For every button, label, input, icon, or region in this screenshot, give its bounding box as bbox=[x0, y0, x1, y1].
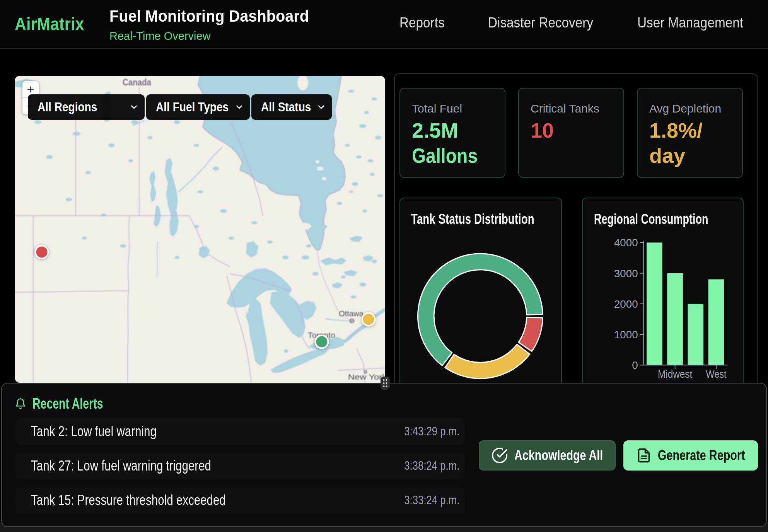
stat-label: Critical Tanks bbox=[531, 102, 612, 115]
map-filters: All Regions All Fuel Types All Status bbox=[28, 94, 332, 120]
alerts-title: Recent Alerts bbox=[32, 395, 103, 412]
recent-alerts-drawer: Recent Alerts Tank 2: Low fuel warning 3… bbox=[1, 383, 767, 527]
resize-grip-handle[interactable] bbox=[381, 377, 390, 390]
stat-value-line: Gallons bbox=[412, 143, 482, 168]
stat-card-critical-tanks: Critical Tanks 10 bbox=[518, 88, 624, 178]
generate-report-button[interactable]: Generate Report bbox=[623, 440, 758, 471]
regional-consumption-bar-chart: 01000200030004000MidwestWest bbox=[583, 198, 743, 394]
tank-marker-warning[interactable] bbox=[362, 312, 376, 327]
alert-timestamp: 3:43:29 p.m. bbox=[404, 425, 459, 438]
map-canvas: Canada Ottawa Toronto New York bbox=[15, 76, 385, 383]
stat-card-total-fuel: Total Fuel 2.5MGallons bbox=[399, 88, 505, 178]
nav-item-disaster-recovery[interactable]: Disaster Recovery bbox=[488, 15, 593, 31]
tank-status-donut-chart bbox=[400, 198, 561, 394]
file-text-icon bbox=[636, 448, 652, 463]
grip-dots-icon bbox=[382, 379, 388, 388]
stat-label: Avg Depletion bbox=[649, 102, 730, 115]
y-axis-tick-label: 1000 bbox=[614, 329, 638, 341]
nav-item-user-management[interactable]: User Management bbox=[637, 15, 743, 31]
map-label-canada: Canada bbox=[123, 77, 151, 87]
stat-value: 1.8%/day bbox=[649, 118, 730, 168]
y-axis-tick-label: 2000 bbox=[614, 298, 638, 310]
x-axis-tick-label: Midwest bbox=[658, 368, 693, 380]
fuel-type-filter-value: All Fuel Types bbox=[156, 100, 229, 114]
stat-value: 10 bbox=[531, 118, 612, 143]
y-axis-tick-label: 0 bbox=[632, 359, 638, 371]
alert-timestamp: 3:33:24 p.m. bbox=[404, 493, 459, 507]
tank-marker-normal[interactable] bbox=[315, 335, 329, 349]
region-filter-select[interactable]: All Regions bbox=[28, 94, 145, 120]
chevron-down-icon bbox=[234, 102, 244, 112]
acknowledge-all-label: Acknowledge All bbox=[514, 447, 585, 464]
header: AirMatrix Fuel Monitoring Dashboard Real… bbox=[0, 0, 768, 49]
alert-timestamp: 3:38:24 p.m. bbox=[404, 459, 459, 473]
tank-marker-critical[interactable] bbox=[35, 245, 49, 259]
alert-row[interactable]: Tank 2: Low fuel warning 3:43:29 p.m. bbox=[15, 418, 465, 445]
chevron-down-icon bbox=[129, 102, 139, 112]
stat-value: 2.5MGallons bbox=[412, 118, 493, 168]
generate-report-label: Generate Report bbox=[658, 447, 728, 464]
alert-message: Tank 15: Pressure threshold exceeded bbox=[31, 492, 226, 508]
stat-value-line: day bbox=[649, 143, 730, 168]
alert-message: Tank 2: Low fuel warning bbox=[31, 423, 157, 440]
fuel-type-filter-select[interactable]: All Fuel Types bbox=[146, 94, 250, 120]
bar-region-1 bbox=[667, 273, 683, 365]
chevron-down-icon bbox=[316, 102, 326, 112]
region-filter-value: All Regions bbox=[38, 100, 97, 114]
bar-region-0 bbox=[647, 242, 662, 365]
y-axis-tick-label: 3000 bbox=[614, 268, 638, 280]
stat-value-line: 2.5M bbox=[412, 118, 493, 143]
charts-row: Tank Status Distribution Regional Consum… bbox=[399, 198, 757, 394]
donut-segment-normal bbox=[418, 254, 543, 365]
stats-row: Total Fuel 2.5MGallons Critical Tanks 10… bbox=[399, 88, 757, 178]
donut-chart-card: Tank Status Distribution bbox=[399, 198, 562, 394]
stat-card-avg-depletion: Avg Depletion 1.8%/day bbox=[637, 88, 743, 178]
stat-value-line: 1.8%/ bbox=[649, 118, 730, 143]
alert-list: Tank 2: Low fuel warning 3:43:29 p.m. Ta… bbox=[15, 418, 465, 521]
map-label-new-york: New York bbox=[348, 372, 385, 381]
map-label-ottawa: Ottawa bbox=[339, 309, 364, 318]
acknowledge-all-button[interactable]: Acknowledge All bbox=[479, 440, 616, 471]
bar-chart-card: Regional Consumption 01000200030004000Mi… bbox=[582, 198, 744, 394]
alert-row[interactable]: Tank 15: Pressure threshold exceeded 3:3… bbox=[15, 487, 465, 514]
x-axis-tick-label: West bbox=[706, 368, 727, 380]
stat-value-line: 10 bbox=[531, 118, 612, 143]
map-panel[interactable]: Canada Ottawa Toronto New York + − All R… bbox=[15, 76, 385, 383]
nav-item-reports[interactable]: Reports bbox=[399, 15, 445, 31]
alert-message: Tank 27: Low fuel warning triggered bbox=[31, 458, 211, 474]
check-circle-icon bbox=[491, 447, 508, 464]
status-filter-value: All Status bbox=[261, 100, 311, 114]
main-nav: Reports Disaster Recovery User Managemen… bbox=[0, 0, 768, 48]
y-axis-tick-label: 4000 bbox=[614, 237, 638, 249]
donut-segment-critical bbox=[519, 317, 543, 351]
status-filter-select[interactable]: All Status bbox=[251, 94, 332, 120]
overview-panel: Total Fuel 2.5MGallons Critical Tanks 10… bbox=[394, 73, 758, 394]
stat-label: Total Fuel bbox=[412, 102, 493, 115]
bell-icon bbox=[15, 397, 26, 410]
bar-region-2 bbox=[688, 304, 703, 365]
alerts-header: Recent Alerts bbox=[15, 395, 129, 412]
alert-row[interactable]: Tank 27: Low fuel warning triggered 3:38… bbox=[15, 452, 465, 479]
donut-segment-warning bbox=[445, 344, 530, 379]
bar-region-3 bbox=[708, 279, 724, 365]
